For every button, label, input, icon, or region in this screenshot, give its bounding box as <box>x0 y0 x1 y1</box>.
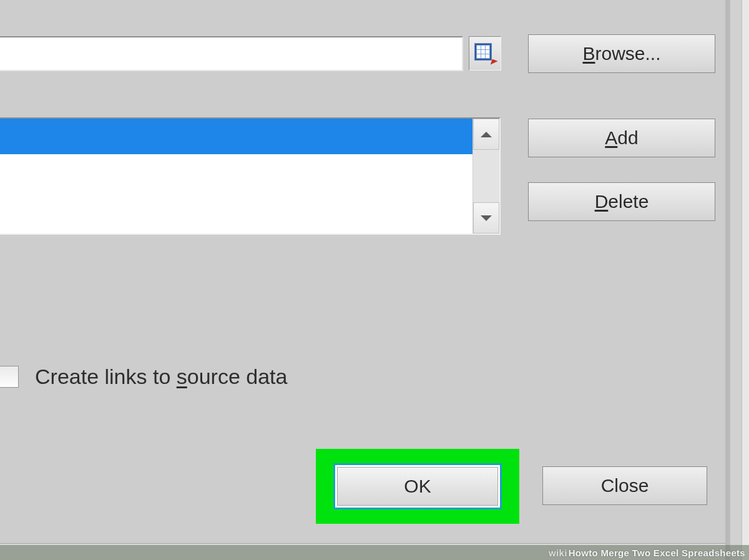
browse-label-rest: rowse... <box>595 43 660 64</box>
all-references-listbox[interactable] <box>0 117 501 235</box>
scroll-down-button[interactable] <box>473 202 499 233</box>
create-links-label[interactable]: Create links to source data <box>35 365 287 389</box>
delete-button[interactable]: Delete <box>528 182 715 221</box>
listbox-items <box>0 119 472 233</box>
window-edge-outer <box>742 0 749 560</box>
range-picker-button[interactable] <box>469 36 501 71</box>
create-links-label-after: ource data <box>187 365 288 388</box>
close-label: Close <box>601 475 649 496</box>
watermark-bar: wiki How to Merge Two Excel Spreadsheets <box>0 545 749 560</box>
watermark-text: to Merge Two Excel Spreadsheets <box>589 548 745 558</box>
ok-button[interactable]: OK <box>337 467 498 506</box>
list-item[interactable] <box>0 119 472 154</box>
ok-highlight-frame: OK <box>316 449 519 524</box>
create-links-label-before: Create links to <box>35 365 177 388</box>
create-links-label-accel: s <box>177 365 187 388</box>
range-picker-icon <box>474 43 496 64</box>
add-button[interactable]: Add <box>528 119 715 157</box>
watermark-brand: wiki <box>549 548 567 558</box>
create-links-checkbox[interactable] <box>0 366 19 388</box>
listbox-scrollbar[interactable] <box>472 119 499 233</box>
browse-button[interactable]: Browse... <box>528 34 715 73</box>
chevron-down-icon <box>481 215 492 221</box>
add-label-rest: dd <box>617 127 638 149</box>
viewport: Browse... Add Delete <box>0 0 749 560</box>
reference-input[interactable] <box>0 36 463 71</box>
chevron-up-icon <box>481 132 492 137</box>
create-links-row: Create links to source data <box>0 358 287 395</box>
watermark-how: How <box>569 548 589 558</box>
delete-label-rest: elete <box>608 191 649 212</box>
browse-label-accel: B <box>582 43 595 64</box>
scroll-up-button[interactable] <box>473 119 499 150</box>
delete-label-accel: D <box>595 191 609 212</box>
window-edge-inner <box>730 0 742 560</box>
close-button[interactable]: Close <box>542 466 707 505</box>
add-label-accel: A <box>605 127 617 149</box>
ok-focus-ring: OK <box>333 463 502 509</box>
dialog-panel: Browse... Add Delete <box>0 0 728 544</box>
ok-label: OK <box>404 476 431 497</box>
